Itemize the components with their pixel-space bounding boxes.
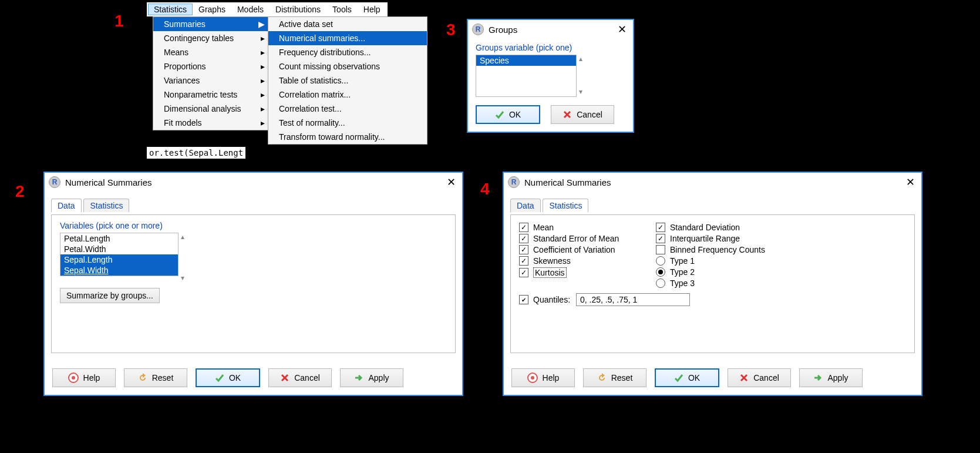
list-item[interactable]: Petal.Length [60,233,178,244]
apply-button[interactable]: Apply [799,368,863,387]
checkbox-iqr[interactable]: ✓ [656,234,665,243]
variables-listbox[interactable]: Petal.Length Petal.Width Sepal.Length Se… [60,233,179,276]
code-fragment: or.test(Sepal.Lengt [147,147,245,159]
chevron-right-icon: ▸ [261,33,265,43]
help-icon [68,373,79,383]
chevron-down-icon[interactable]: ▾ [579,88,582,96]
svg-point-3 [531,376,534,380]
submenu-item-correlation-matrix[interactable]: Correlation matrix... [268,88,427,102]
button-label: Reset [152,373,174,382]
menu-tools[interactable]: Tools [326,4,358,15]
submenu-item-contingency[interactable]: Contingency tables▸ [153,31,268,45]
checkbox-cv[interactable]: ✓ [519,245,528,254]
submenu-item-correlation-test[interactable]: Correlation test... [268,102,427,116]
help-button[interactable]: Help [511,368,575,387]
checkbox-quantiles[interactable]: ✔ [519,295,528,304]
submenu-item-count-missing[interactable]: Count missing observations [268,59,427,73]
list-item[interactable]: Sepal.Width [60,265,178,276]
tab-statistics[interactable]: Statistics [543,199,588,212]
close-icon[interactable]: ✕ [444,176,458,189]
submenu-item-transform-normality[interactable]: Transform toward normality... [268,130,427,144]
checkbox-binned[interactable] [656,245,665,254]
checkbox-mean[interactable]: ✓ [519,223,528,232]
radio-type3[interactable] [656,278,665,288]
list-item[interactable]: Petal.Width [60,244,178,254]
summarize-by-groups-button[interactable]: Summarize by groups... [60,288,160,303]
radio-type2[interactable] [656,267,665,277]
submenu-item-variances[interactable]: Variances▸ [153,73,268,88]
ok-button[interactable]: OK [655,368,719,387]
help-button[interactable]: Help [52,368,116,387]
submenu-label: Means [164,48,188,57]
checkbox-skewness[interactable]: ✓ [519,256,528,266]
button-label: Reset [611,373,633,382]
button-label: Help [83,373,100,382]
submenu-item-frequency-distributions[interactable]: Frequency distributions... [268,45,427,59]
menu-help[interactable]: Help [358,4,386,15]
reset-button[interactable]: Reset [583,368,646,387]
submenu-label: Summaries [164,19,206,29]
menu-statistics[interactable]: Statistics [148,4,193,15]
apply-button[interactable]: Apply [340,368,403,387]
menu-models[interactable]: Models [231,4,270,15]
button-label: Cancel [753,373,779,382]
submenu-item-fitmodels[interactable]: Fit models▸ [153,116,268,130]
r-logo-icon: R [508,176,520,188]
tab-data[interactable]: Data [51,199,82,212]
chevron-right-icon: ▸ [261,62,265,71]
reset-button[interactable]: Reset [124,368,187,387]
checkbox-sd[interactable]: ✓ [656,223,665,232]
checkbox-label: Mean [533,223,554,232]
close-icon[interactable]: ✕ [615,23,629,36]
submenu-item-dimensional[interactable]: Dimensional analysis▸ [153,102,268,116]
numerical-summaries-dialog-data: R Numerical Summaries ✕ Data Statistics … [43,172,463,396]
cancel-button[interactable]: Cancel [268,368,332,387]
radio-type1[interactable] [656,256,665,266]
checkbox-label: Binned Frequency Counts [670,245,765,254]
submenu-item-means[interactable]: Means▸ [153,45,268,59]
cancel-button[interactable]: Cancel [551,105,614,124]
submenu-item-normality-test[interactable]: Test of normality... [268,116,427,130]
list-item[interactable]: Species [476,55,576,66]
quantiles-input[interactable] [576,293,690,306]
chevron-down-icon[interactable]: ▾ [181,274,184,282]
submenu-item-summaries[interactable]: Summaries▶ [153,17,268,31]
groups-variable-listbox[interactable]: Species [476,55,577,97]
checkbox-label: Standard Deviation [670,223,740,232]
arrow-right-icon [813,373,823,382]
tab-data[interactable]: Data [510,199,541,212]
checkbox-label: Skewness [533,256,571,266]
chevron-up-icon[interactable]: ▴ [579,55,582,63]
tabs: Data Statistics [510,198,915,214]
submenu-statistics: Summaries▶ Contingency tables▸ Means▸ Pr… [153,16,269,130]
submenu-item-numerical-summaries[interactable]: Numerical summaries... [268,31,427,45]
submenu-item-table-statistics[interactable]: Table of statistics... [268,73,427,88]
submenu-item-proportions[interactable]: Proportions▸ [153,59,268,73]
cancel-button[interactable]: Cancel [728,368,791,387]
button-label: OK [509,110,521,119]
submenu-item-active-dataset[interactable]: Active data set [268,17,427,31]
tabs: Data Statistics [51,198,456,214]
checkbox-label: Standard Error of Mean [533,234,619,243]
chevron-right-icon: ▸ [261,76,265,85]
ok-button[interactable]: OK [196,368,260,387]
ok-button[interactable]: OK [476,105,540,124]
check-icon [495,110,504,119]
submenu-label: Nonparametric tests [164,90,237,99]
button-label: Apply [827,373,848,382]
chevron-right-icon: ▸ [261,90,265,99]
chevron-up-icon[interactable]: ▴ [181,233,184,241]
checkbox-stderr[interactable]: ✓ [519,234,528,243]
checkbox-kurtosis[interactable]: ✓ [519,268,528,277]
button-label: Cancel [294,373,320,382]
submenu-item-nonparametric[interactable]: Nonparametric tests▸ [153,88,268,102]
help-icon [527,373,538,383]
menu-distributions[interactable]: Distributions [270,4,326,15]
x-icon [739,373,749,382]
step-label-3: 3 [446,21,456,39]
list-item[interactable]: Sepal.Length [60,254,178,265]
tab-statistics[interactable]: Statistics [83,199,129,212]
r-logo-icon: R [472,24,484,35]
close-icon[interactable]: ✕ [904,176,917,189]
menu-graphs[interactable]: Graphs [193,4,231,15]
